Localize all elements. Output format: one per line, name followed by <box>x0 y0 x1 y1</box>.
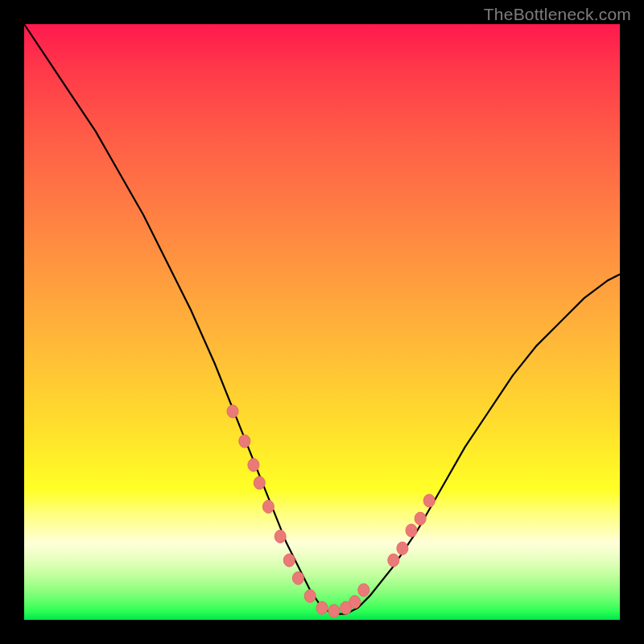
curve-marker <box>227 405 238 418</box>
curve-marker <box>292 572 303 584</box>
marker-group <box>227 405 435 617</box>
curve-marker <box>397 542 408 555</box>
curve-marker <box>415 512 426 525</box>
curve-marker <box>328 605 340 617</box>
curve-marker <box>275 530 286 543</box>
bottleneck-curve-path <box>24 24 620 614</box>
curve-marker <box>406 524 417 537</box>
curve-marker <box>423 494 435 507</box>
plot-area <box>24 24 620 620</box>
curve-marker <box>388 554 399 567</box>
curve-marker <box>349 596 361 609</box>
curve-marker <box>304 589 316 602</box>
curve-marker <box>283 554 295 567</box>
curve-marker <box>248 459 259 472</box>
outer-frame: TheBottleneck.com <box>0 0 644 644</box>
watermark-text: TheBottleneck.com <box>484 5 631 24</box>
curve-marker <box>254 477 265 489</box>
curve-marker <box>316 601 328 614</box>
curve-marker <box>239 435 250 448</box>
curve-marker <box>358 584 369 597</box>
curve-marker <box>262 500 274 513</box>
curve-svg <box>24 24 620 620</box>
